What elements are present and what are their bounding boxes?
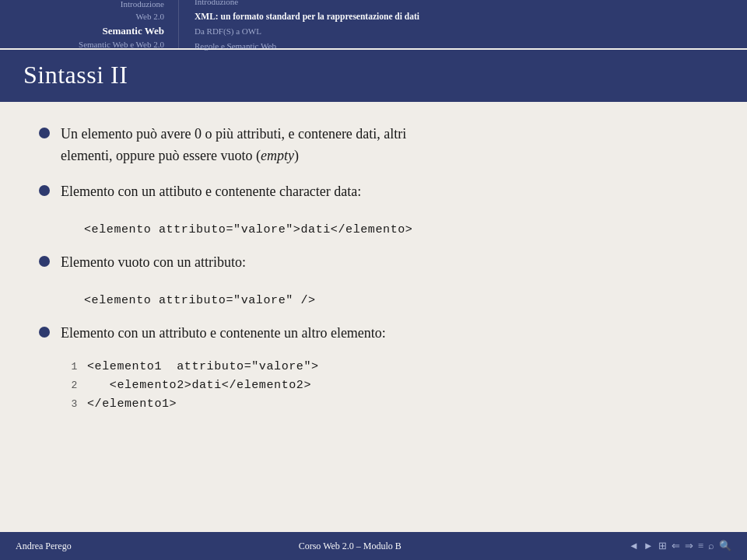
code-line-1: 1 <elemento1 attributo="valore"> (61, 358, 708, 376)
code-text-2: <elemento attributo="valore" /> (84, 294, 316, 307)
code-line-text-1: <elemento1 attributo="valore"> (87, 358, 319, 376)
line-num-2: 2 (61, 378, 78, 394)
code-text-1: <elemento attributo="valore">dati</eleme… (84, 223, 412, 236)
code-line-text-3: </elemento1> (87, 395, 177, 414)
bullet-item-4: Elemento con un attributo e contenente u… (39, 323, 708, 345)
nav-search-icon[interactable]: 🔍 (719, 540, 731, 552)
footer-left: Andrea Perego (16, 541, 72, 552)
nav-item-web2[interactable]: Web 2.0 (136, 10, 164, 23)
nav-item-intro-right[interactable]: Introduzione (195, 0, 731, 9)
nav-controls: ◄ ► ⊞ ⇐ ⇒ ≡ ⌕ 🔍 (629, 540, 731, 552)
nav-item-xml[interactable]: XML: un formato standard per la rapprese… (195, 9, 731, 25)
bullet-item-3: Elemento vuoto con un attributo: (39, 252, 708, 274)
nav-skip-icon[interactable]: ⇒ (685, 540, 693, 552)
bullet-dot-4 (39, 327, 50, 338)
nav-page-icon[interactable]: ⊞ (658, 540, 667, 552)
bullet-dot-1 (39, 128, 50, 138)
bullet-text-4: Elemento con un attributo e contenente u… (61, 323, 386, 345)
nav-arrow-right[interactable]: ► (644, 540, 654, 552)
code-line-2: 2 <elemento2>dati</elemento2> (61, 376, 708, 395)
code-block-1: <elemento attributo="valore">dati</eleme… (61, 217, 708, 243)
bullet-item-2: Elemento con un attibuto e contenente ch… (39, 181, 708, 203)
nav-item-introduzione[interactable]: Introduzione (121, 0, 164, 10)
nav-left-panel: Introduzione Web 2.0 Semantic Web Semant… (0, 0, 179, 48)
nav-grid-icon[interactable]: ≡ (698, 540, 703, 552)
nav-arrows-icon[interactable]: ⇐ (672, 540, 680, 552)
code-line-3: 3 </elemento1> (61, 395, 708, 414)
bullet-dot-3 (39, 256, 50, 267)
bullet-item-1: Un elemento può avere 0 o più attributi,… (39, 124, 708, 167)
code-block-3: 1 <elemento1 attributo="valore"> 2 <elem… (61, 358, 708, 414)
nav-item-regole[interactable]: Regole e Semantic Web (195, 39, 731, 54)
nav-item-semantic-web2[interactable]: Semantic Web e Web 2.0 (79, 38, 164, 51)
page-title: Sintassi II (23, 61, 724, 89)
nav-zoom-icon[interactable]: ⌕ (708, 540, 714, 552)
code-line-text-2: <elemento2>dati</elemento2> (87, 376, 311, 395)
bottom-bar: Andrea Perego Corso Web 2.0 – Modulo B ◄… (0, 532, 747, 560)
nav-arrow-left[interactable]: ◄ (629, 540, 639, 552)
line-num-1: 1 (61, 359, 78, 376)
nav-right-panel: Introduzione XML: un formato standard pe… (179, 0, 747, 48)
top-navigation: Introduzione Web 2.0 Semantic Web Semant… (0, 0, 747, 48)
line-num-3: 3 (61, 397, 78, 413)
bullet-text-2: Elemento con un attibuto e contenente ch… (61, 181, 361, 203)
nav-item-rdf-owl[interactable]: Da RDF(S) a OWL (195, 24, 731, 39)
footer-center: Corso Web 2.0 – Modulo B (299, 541, 402, 552)
bullet-dot-2 (39, 185, 50, 196)
nav-item-semantic-web[interactable]: Semantic Web (102, 23, 164, 39)
bullet-text-1: Un elemento può avere 0 o più attributi,… (61, 124, 406, 167)
bullet-text-3: Elemento vuoto con un attributo: (61, 252, 246, 274)
title-bar: Sintassi II (0, 50, 747, 102)
code-block-2: <elemento attributo="valore" /> (61, 288, 708, 313)
main-content: Un elemento può avere 0 o più attributi,… (0, 102, 747, 436)
